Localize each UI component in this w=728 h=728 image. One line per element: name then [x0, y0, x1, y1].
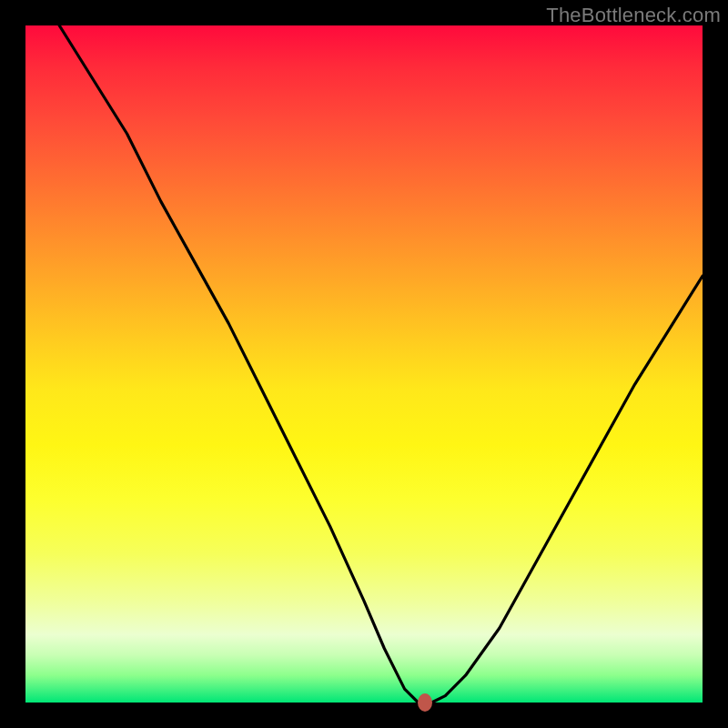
current-config-marker	[418, 693, 432, 712]
watermark-text: TheBottleneck.com	[546, 4, 721, 27]
curve-layer	[25, 25, 703, 703]
plot-area	[25, 25, 703, 703]
bottleneck-curve-path	[59, 25, 703, 703]
